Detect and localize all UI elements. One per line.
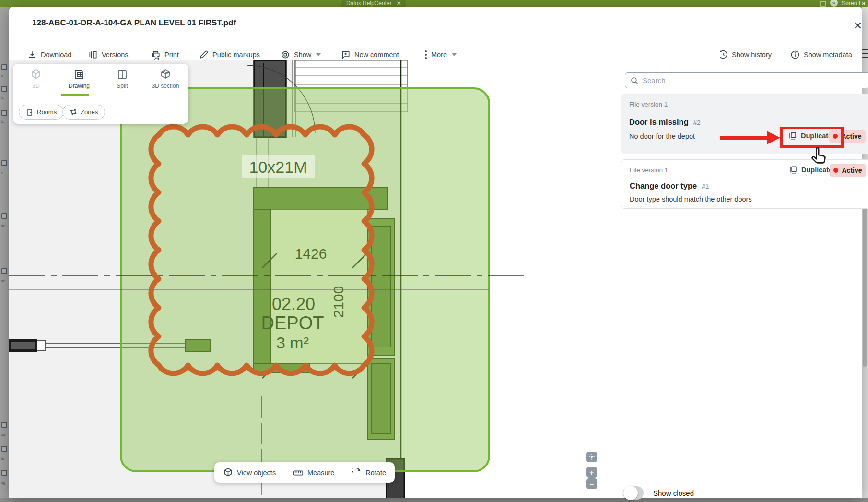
file-version-label: File version 1 (629, 101, 862, 108)
tab-drawing[interactable]: Drawing (60, 69, 98, 89)
status-badge: Active (830, 164, 866, 177)
cursor-hand-icon (809, 146, 829, 168)
window-cap (37, 341, 46, 350)
show-icon (281, 50, 290, 60)
stair-shaft (295, 60, 408, 88)
zone-dimension-label: 10x21M (249, 158, 307, 176)
canvas-toolbar: View objects Measure Rotate (214, 462, 395, 483)
show-closed-row: Show closed (623, 486, 694, 500)
tab-3d-section-label: 3D section (146, 83, 185, 89)
annotation-arrow (720, 131, 780, 144)
document-title: 128-ABC-01-DR-A-104-GA PLAN LEVEL 01 FIR… (32, 18, 236, 28)
more-button[interactable]: More (424, 48, 457, 61)
duplicate-icon (789, 166, 798, 174)
help-center-tab-label: Dalux HelpCenter (346, 0, 392, 7)
cube-icon (223, 467, 233, 478)
new-comment-button[interactable]: New comment (341, 48, 399, 61)
measure-button[interactable]: Measure (293, 467, 334, 478)
sidebar-fragment: oa (1, 432, 5, 437)
sidebar-fragment: ng (1, 480, 5, 485)
drawing-canvas[interactable]: 10x21M 1426 2100 02.20 DEPOT 3 m² (9, 60, 606, 498)
view-mode-panel: 3D Drawing Split 3D section Rooms (13, 64, 188, 124)
help-center-tab[interactable]: Dalux HelpCenter ✕ (341, 0, 406, 7)
zoom-in-button[interactable]: + (586, 467, 597, 478)
toggle-knob[interactable] (623, 486, 638, 500)
download-icon (27, 50, 37, 60)
tab-split-label: Split (103, 83, 141, 89)
download-button[interactable]: Download (27, 48, 72, 61)
panel-divider-line (13, 100, 188, 100)
comment-description: Door type should match the other doors (630, 195, 861, 203)
comment-card-1[interactable]: File version 1 Door is missing #2 No doo… (621, 94, 868, 154)
sidebar-fragment: o (1, 74, 3, 78)
screen: Dalux HelpCenter ✕ SL Søren La o ic lc x… (0, 0, 868, 502)
search-icon (630, 76, 639, 85)
fit-view-button[interactable] (586, 452, 597, 462)
floor-plan: 10x21M 1426 2100 02.20 DEPOT 3 m² (9, 60, 606, 498)
tab-close-icon[interactable]: ✕ (397, 0, 401, 7)
view-objects-label: View objects (237, 469, 276, 477)
door-icon (26, 108, 34, 116)
show-closed-label: Show closed (653, 489, 694, 497)
split-icon (117, 69, 128, 80)
public-markups-button[interactable]: Public markups (199, 48, 260, 61)
cube-icon (30, 69, 42, 80)
room-name-label: DEPOT (261, 313, 324, 333)
rooms-button[interactable]: Rooms (19, 105, 64, 120)
sidebar-icon (1, 86, 7, 92)
versions-label: Versions (102, 51, 129, 59)
sidebar-icon (1, 110, 7, 116)
zoom-out-button[interactable]: − (586, 478, 597, 489)
window-frame-inner (11, 342, 35, 349)
versions-button[interactable]: Versions (88, 48, 129, 61)
public-markups-label: Public markups (212, 51, 260, 59)
drawing-icon (73, 69, 85, 80)
show-history-label: Show history (732, 51, 772, 59)
avatar[interactable]: SL (830, 0, 838, 7)
show-metadata-button[interactable]: Show metadata (790, 48, 852, 61)
dim-height-label: 2100 (330, 286, 346, 318)
annotation-highlight-box (780, 127, 844, 148)
tab-3d[interactable]: 3D (17, 69, 55, 89)
print-button[interactable]: Print (151, 48, 179, 61)
active-dot-icon (833, 168, 838, 173)
history-icon (718, 50, 728, 60)
comment-title: Door is missing (629, 118, 689, 127)
view-objects-button[interactable]: View objects (223, 467, 276, 478)
show-button[interactable]: Show (281, 48, 321, 61)
sidebar-icon (1, 422, 7, 428)
comment-number: #1 (702, 183, 709, 190)
rooms-label: Rooms (37, 108, 57, 116)
sidebar-icon (1, 160, 7, 166)
zones-label: Zones (81, 108, 98, 116)
comment-number: #2 (693, 119, 701, 126)
show-closed-toggle[interactable] (623, 486, 644, 500)
pencil-icon (199, 50, 209, 60)
dim-width-label: 1426 (295, 246, 327, 262)
tab-3d-section[interactable]: 3D section (146, 69, 185, 89)
sidebar-fragment: ne (1, 279, 5, 283)
print-label: Print (164, 51, 179, 59)
new-comment-label: New comment (354, 51, 399, 59)
zone-overlay[interactable] (121, 88, 489, 471)
search-input[interactable] (643, 76, 849, 84)
close-button[interactable]: ✕ (849, 17, 867, 35)
search-box[interactable] (625, 72, 868, 88)
sidebar-fragment: de (1, 224, 5, 228)
status-label: Active (841, 132, 861, 140)
comment-card-2[interactable]: File version 1 Change door type #1 Door … (621, 159, 868, 209)
show-history-button[interactable]: Show history (718, 48, 772, 61)
cube-section-icon (160, 69, 171, 80)
sidebar-icon (1, 446, 7, 452)
show-label: Show (294, 51, 311, 59)
sidebar-fragment: ic (1, 96, 4, 100)
rotate-button[interactable]: Rotate (352, 467, 386, 478)
tab-split[interactable]: Split (103, 69, 141, 89)
print-icon (151, 50, 161, 60)
sidebar-fragment: le (1, 456, 4, 461)
zones-button[interactable]: Zones (62, 105, 105, 120)
sidebar-icon (1, 470, 7, 476)
rotate-icon (352, 467, 362, 478)
rotate-label: Rotate (365, 469, 386, 477)
background-sidebar-strip: o ic lc x de ne oa le ng (0, 7, 9, 502)
